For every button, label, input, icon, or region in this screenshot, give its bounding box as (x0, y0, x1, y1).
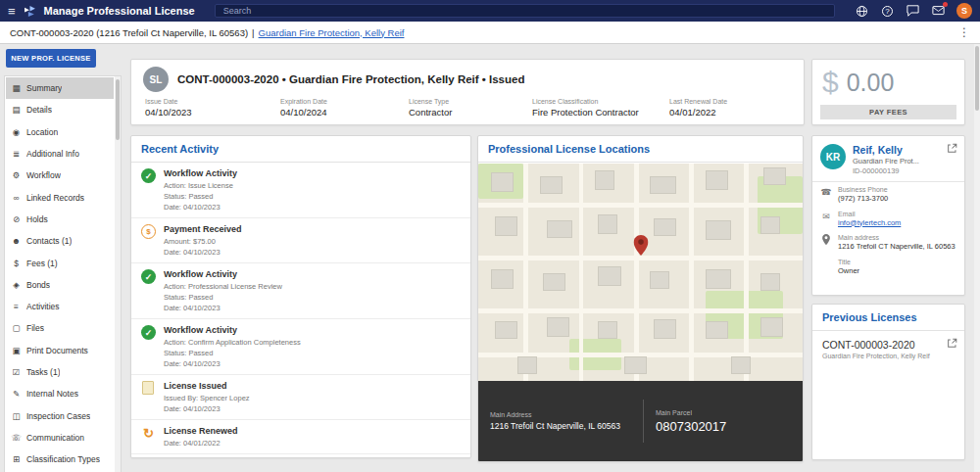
contact-field: ☎ Business Phone (972) 713-3700 (812, 182, 964, 207)
sidebar-item-holds[interactable]: ⊘ Holds (6, 209, 114, 230)
previous-license-name: Guardian Fire Protection, Kelly Reif (822, 353, 955, 359)
sidebar-item-contacts-1[interactable]: ☻ Contacts (1) (6, 230, 114, 252)
map-building (543, 273, 565, 291)
previous-license-item[interactable]: CONT-000003-2020 Guardian Fire Protectio… (812, 331, 964, 367)
activity-item[interactable]: ✓ Workflow Activity Action: Confirm Appl… (131, 319, 470, 375)
sidebar-item-bonds[interactable]: ◈ Bonds (6, 274, 114, 296)
details-icon: ▤ (11, 105, 22, 115)
main-address-value: 1216 Trefoil Ct Naperville, IL 60563 (490, 421, 643, 431)
menu-icon[interactable]: ≡ (8, 5, 16, 18)
activity-body: Workflow Activity Action: Confirm Applic… (164, 324, 301, 369)
breadcrumb-divider: | (252, 27, 254, 38)
sidebar-item-label: Classification Types (26, 454, 100, 464)
sidebar-item-fees-1[interactable]: $ Fees (1) (6, 252, 114, 273)
main-address-label: Main Address (490, 411, 643, 418)
sidebar-item-internal-notes[interactable]: ✎ Internal Notes (6, 383, 114, 404)
renew-icon: ↻ (141, 426, 156, 441)
feedback-chat-icon[interactable] (906, 4, 920, 19)
contacts-icon: ☻ (11, 236, 22, 246)
sidebar-panel: ▦ Summary ▤ Details ◉ Location ≣ Additio… (4, 75, 122, 472)
contact-name-link[interactable]: Reif, Kelly (853, 144, 919, 156)
license-locations-title: Professional License Locations (478, 136, 803, 163)
fees-amount: $ 0.00 (812, 60, 964, 99)
page-scrollbar[interactable] (974, 44, 980, 472)
user-avatar[interactable]: S (956, 3, 972, 19)
sidebar-item-label: Linked Records (26, 193, 84, 203)
map-building (517, 356, 537, 374)
map-pin-icon[interactable] (633, 235, 648, 256)
contact-field-text: Title Owner (838, 259, 859, 276)
contact-field-text: Main address 1216 Trefoil CT Naperville,… (838, 234, 956, 252)
activity-item[interactable]: $ Payment Received Amount: $75.00Date: 0… (131, 218, 470, 263)
payment-icon: $ (141, 224, 156, 239)
map-road (744, 164, 749, 383)
holds-icon: ⊘ (11, 214, 22, 224)
fees-value: 0.00 (847, 69, 895, 97)
sidebar-item-linked-records[interactable]: ∞ Linked Records (6, 186, 114, 208)
internal-notes-icon: ✎ (11, 389, 22, 399)
map-road (478, 256, 803, 260)
notifications-icon[interactable] (931, 4, 946, 19)
open-contact-icon[interactable] (947, 143, 957, 154)
sidebar-item-tasks-1[interactable]: ☑ Tasks (1) (6, 361, 114, 383)
sidebar-item-label: Internal Notes (26, 389, 78, 399)
tasks-icon: ☑ (11, 367, 22, 377)
fees-card: $ 0.00 PAY FEES (811, 59, 965, 125)
header-field: License Type Contractor (409, 98, 532, 118)
breadcrumb-contact-link[interactable]: Guardian Fire Protection, Kelly Reif (259, 27, 405, 38)
sidebar-item-additional-info[interactable]: ≣ Additional Info (6, 143, 114, 165)
app-title: Manage Professional License (44, 5, 195, 17)
sidebar-scrollbar[interactable] (115, 76, 121, 472)
translate-icon[interactable] (855, 4, 869, 19)
sidebar-item-inspection-cases[interactable]: ◫ Inspection Cases (6, 404, 114, 426)
map-building (595, 170, 614, 190)
pay-fees-button[interactable]: PAY FEES (820, 105, 956, 119)
sidebar-scroll-thumb[interactable] (116, 79, 120, 140)
sidebar-item-communication[interactable]: ☏ Communication (6, 427, 114, 448)
sidebar-item-workflow[interactable]: ⚙ Workflow (6, 165, 114, 186)
activity-details: Date: 04/01/2022 (164, 438, 238, 448)
activity-detail: Amount: $75.00 (164, 236, 242, 247)
overflow-menu-icon[interactable]: ⋮ (958, 26, 970, 38)
map-building (763, 167, 786, 185)
activity-details: Action: Issue LicenseStatus: PassedDate:… (164, 180, 237, 212)
help-icon[interactable]: ? (880, 4, 895, 19)
map-building (654, 218, 676, 236)
sidebar-item-label: Details (26, 105, 52, 115)
sidebar-item-files[interactable]: ▢ Files (6, 317, 114, 339)
open-license-icon[interactable] (947, 338, 957, 349)
contact-field-text: Business Phone (972) 713-3700 (838, 186, 888, 204)
sidebar-item-summary[interactable]: ▦ Summary (6, 77, 114, 99)
new-prof-license-button[interactable]: NEW PROF. LICENSE (6, 49, 96, 68)
activity-details: Action: Confirm Application Completeness… (164, 337, 301, 369)
check-circle-icon: ✓ (141, 269, 156, 284)
activity-item[interactable]: ↻ License Renewed Date: 04/01/2022 (131, 420, 470, 454)
sidebar-item-details[interactable]: ▤ Details (6, 99, 114, 120)
map-building (598, 214, 617, 234)
activity-item[interactable]: ✓ Workflow Activity Action: Issue Licens… (131, 163, 470, 218)
breadcrumb: CONT-000003-2020 (1216 Trefoil Ct Naperv… (0, 22, 980, 44)
map-canvas[interactable] (478, 164, 803, 383)
page-scroll-thumb[interactable] (975, 46, 979, 111)
activity-item[interactable]: ✓ Workflow Activity Action: Professional… (131, 263, 470, 319)
activity-title: Payment Received (164, 223, 242, 236)
contact-field-label: Title (838, 259, 859, 265)
contact-identity: Reif, Kelly Guardian Fire Prot... ID-000… (853, 144, 919, 175)
activities-icon: ≡ (11, 302, 22, 311)
map-building (491, 172, 514, 192)
previous-licenses-card: Previous Licenses CONT-000003-2020 Guard… (811, 304, 965, 460)
contact-id: ID-000000139 (853, 166, 919, 175)
sidebar-item-location[interactable]: ◉ Location (6, 121, 114, 143)
sidebar-item-classification-types[interactable]: ⊞ Classification Types (6, 448, 114, 470)
activity-detail: Issued By: Spencer Lopez (164, 393, 250, 403)
contact-field-label: Business Phone (838, 186, 888, 193)
license-type-avatar: SL (143, 67, 169, 92)
activity-title: Workflow Activity (164, 268, 282, 281)
activity-detail: Date: 04/10/2023 (164, 202, 237, 212)
sidebar-item-activities[interactable]: ≡ Activities (6, 296, 114, 317)
contact-field-value[interactable]: info@tylertech.com (838, 218, 901, 228)
tyler-logo-icon[interactable] (24, 5, 36, 18)
search-input[interactable] (215, 4, 835, 18)
sidebar-item-print-documents[interactable]: ▣ Print Documents (6, 340, 114, 361)
activity-item[interactable]: License Issued Issued By: Spencer LopezD… (131, 375, 470, 420)
